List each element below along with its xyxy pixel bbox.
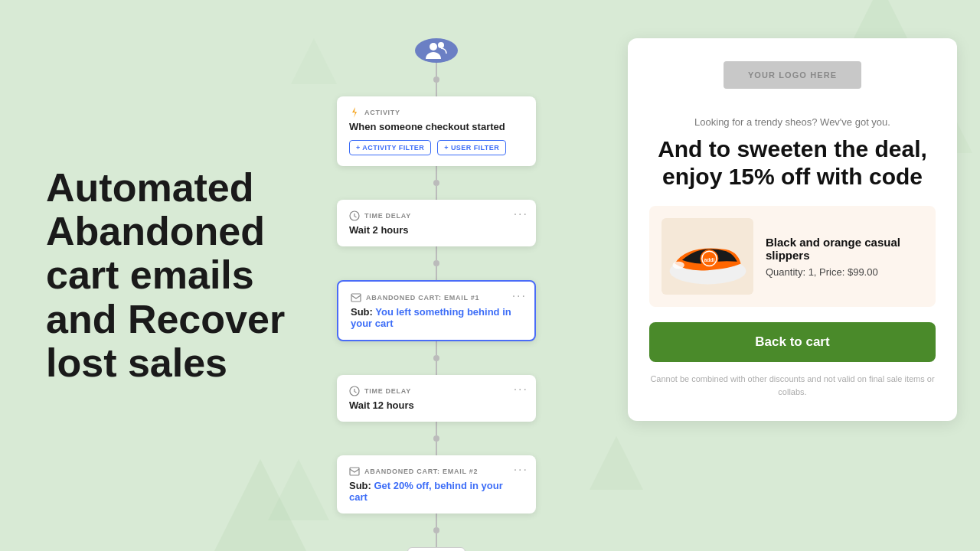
product-quantity-price: Quantity: 1, Price: $99.00 (766, 266, 923, 278)
product-card: addi Black and orange casual slippers Qu… (649, 206, 936, 307)
email1-label: ABANDONED CART: EMAIL #1 (351, 292, 522, 303)
connector-1 (322, 63, 551, 96)
connector-6 (322, 514, 551, 547)
connector-4 (322, 341, 551, 375)
email2-subject: Sub: Get 20% off, behind in your cart (349, 480, 524, 503)
product-info: Black and orange casual slippers Quantit… (766, 236, 923, 278)
user-filter-button[interactable]: + USER FILTER (437, 140, 506, 155)
exit-node: EXIT (407, 547, 466, 551)
email-main-text: And to sweeten the deal, enjoy 15% off w… (649, 135, 936, 191)
disclaimer-text: Cannot be combined with other discounts … (649, 373, 936, 398)
clock-icon-1 (349, 210, 360, 221)
svg-marker-6 (590, 436, 643, 490)
connector-5 (322, 422, 551, 455)
svg-point-8 (438, 42, 444, 48)
delay2-label: TIME DELAY (349, 386, 524, 396)
connector-2 (322, 166, 551, 200)
svg-point-7 (430, 43, 437, 51)
delay2-description: Wait 12 hours (349, 399, 524, 411)
activity-card: ACTIVITY When someone checkout started +… (337, 96, 536, 166)
svg-text:addi: addi (704, 257, 714, 262)
hero-title: Automated Abandoned cart emails and Reco… (46, 166, 306, 385)
product-name: Black and orange casual slippers (766, 236, 923, 262)
email-icon-2 (349, 466, 360, 477)
svg-rect-11 (351, 294, 361, 302)
filter-buttons[interactable]: + ACTIVITY FILTER + USER FILTER (349, 140, 524, 155)
clock-icon-2 (349, 386, 360, 396)
product-slipper-svg: addi (664, 222, 752, 291)
email-preview-panel: YOUR LOGO HERE Looking for a trendy sheo… (628, 38, 957, 421)
card-menu-email2[interactable]: ··· (514, 463, 528, 477)
svg-marker-9 (352, 107, 357, 118)
back-to-cart-button[interactable]: Back to cart (649, 322, 936, 362)
email-2-card: ··· ABANDONED CART: EMAIL #2 Sub: Get 20… (337, 455, 536, 514)
email-1-card: ··· ABANDONED CART: EMAIL #1 Sub: You le… (337, 280, 536, 341)
email-subtext: Looking for a trendy sheos? Wev've got y… (649, 116, 936, 128)
workflow-panel: ACTIVITY When someone checkout started +… (322, 38, 551, 543)
logo-placeholder: YOUR LOGO HERE (724, 61, 861, 89)
email2-label: ABANDONED CART: EMAIL #2 (349, 466, 524, 477)
activity-label: ACTIVITY (349, 107, 524, 118)
svg-rect-13 (350, 468, 359, 475)
delay1-label: TIME DELAY (349, 210, 524, 221)
trigger-avatar (415, 38, 458, 63)
card-menu-email1[interactable]: ··· (512, 289, 527, 303)
connector-3 (322, 246, 551, 280)
delay1-description: Wait 2 hours (349, 224, 524, 236)
hero-section: Automated Abandoned cart emails and Reco… (0, 0, 322, 551)
svg-point-18 (672, 262, 684, 269)
activity-filter-button[interactable]: + ACTIVITY FILTER (349, 140, 431, 155)
product-image: addi (662, 218, 753, 295)
card-menu-delay1[interactable]: ··· (514, 207, 528, 221)
activity-description: When someone checkout started (349, 121, 524, 132)
time-delay-1-card: ··· TIME DELAY Wait 2 hours (337, 200, 536, 246)
lightning-icon (349, 107, 360, 118)
email1-subject: Sub: You left something behind in your c… (351, 306, 522, 329)
card-menu-delay2[interactable]: ··· (514, 383, 528, 396)
email-icon-1 (351, 292, 361, 303)
time-delay-2-card: ··· TIME DELAY Wait 12 hours (337, 375, 536, 422)
